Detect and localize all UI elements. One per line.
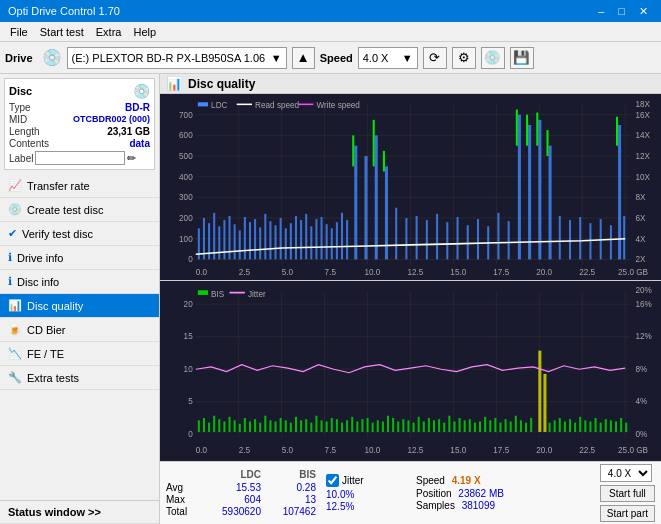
svg-text:20: 20: [184, 298, 193, 309]
svg-rect-33: [269, 221, 271, 259]
svg-text:12.5: 12.5: [407, 268, 423, 277]
svg-rect-50: [364, 156, 367, 259]
drive-icon: 💿: [42, 48, 62, 67]
disc-info-icon: ℹ: [8, 275, 12, 288]
svg-rect-82: [536, 113, 538, 146]
config-button[interactable]: ⚙: [452, 47, 476, 69]
svg-rect-35: [280, 218, 282, 259]
titlebar: Opti Drive Control 1.70 – □ ✕: [0, 0, 661, 22]
svg-rect-155: [290, 423, 292, 432]
sidebar-item-verify-test-disc[interactable]: ✔ Verify test disc: [0, 222, 159, 246]
sidebar-item-disc-quality[interactable]: 📊 Disc quality: [0, 294, 159, 318]
svg-text:15.0: 15.0: [450, 268, 466, 277]
svg-rect-174: [387, 416, 389, 432]
svg-rect-168: [356, 422, 358, 432]
eject-button[interactable]: ▲: [292, 47, 315, 69]
svg-rect-186: [448, 416, 450, 432]
svg-text:Read speed: Read speed: [255, 101, 300, 110]
svg-rect-47: [341, 213, 343, 260]
svg-text:2.5: 2.5: [239, 268, 251, 277]
start-part-button[interactable]: Start part: [600, 505, 655, 522]
svg-rect-32: [264, 214, 266, 259]
sidebar-item-cd-bier[interactable]: 🍺 CD Bier: [0, 318, 159, 342]
top-chart-svg: 0 100 200 300 400 500 600 700 2X 4X 6X 8…: [160, 94, 661, 280]
disc-label-input[interactable]: [35, 151, 125, 165]
refresh-button[interactable]: ⟳: [423, 47, 447, 69]
svg-rect-150: [538, 351, 541, 432]
svg-rect-213: [600, 423, 602, 432]
svg-rect-184: [438, 419, 440, 432]
sidebar-item-drive-info[interactable]: ℹ Drive info: [0, 246, 159, 270]
max-ldc: 604: [216, 494, 261, 505]
minimize-button[interactable]: –: [593, 5, 609, 18]
svg-rect-183: [433, 420, 435, 432]
svg-text:2X: 2X: [635, 255, 646, 264]
svg-text:8X: 8X: [635, 193, 646, 202]
svg-text:5.0: 5.0: [282, 268, 294, 277]
drive-dropdown[interactable]: (E:) PLEXTOR BD-R PX-LB950SA 1.06 ▼: [67, 47, 287, 69]
svg-rect-145: [249, 422, 251, 432]
svg-rect-179: [413, 423, 415, 432]
svg-rect-166: [346, 420, 348, 432]
svg-rect-23: [218, 226, 220, 259]
svg-text:0%: 0%: [635, 428, 647, 439]
svg-text:15: 15: [184, 331, 193, 342]
sidebar-item-disc-info[interactable]: ℹ Disc info: [0, 270, 159, 294]
chevron-down-icon2: ▼: [402, 52, 413, 64]
chart-icon: 📊: [166, 76, 182, 91]
svg-rect-203: [549, 423, 551, 432]
window-controls: – □ ✕: [593, 5, 653, 18]
svg-rect-212: [595, 418, 597, 432]
jitter-checkbox[interactable]: [326, 474, 339, 487]
charts-wrapper: 0 100 200 300 400 500 600 700 2X 4X 6X 8…: [160, 94, 661, 461]
sidebar-item-create-test-disc[interactable]: 💿 Create test disc: [0, 198, 159, 222]
svg-rect-187: [453, 422, 455, 432]
svg-text:4%: 4%: [635, 396, 647, 407]
svg-rect-188: [459, 418, 461, 432]
speed-select[interactable]: 4.0 X ▼: [358, 47, 418, 69]
start-full-button[interactable]: Start full: [600, 485, 655, 502]
svg-rect-197: [505, 419, 507, 432]
svg-rect-149: [269, 420, 271, 432]
sidebar-item-transfer-rate[interactable]: 📈 Transfer rate: [0, 174, 159, 198]
sidebar-item-extra-tests[interactable]: 🔧 Extra tests: [0, 366, 159, 390]
cd-bier-icon: 🍺: [8, 323, 22, 336]
menu-help[interactable]: Help: [127, 25, 162, 39]
menu-start-test[interactable]: Start test: [34, 25, 90, 39]
svg-rect-61: [477, 219, 479, 259]
svg-rect-38: [295, 216, 297, 259]
save-button[interactable]: 💾: [510, 47, 534, 69]
svg-rect-60: [467, 225, 469, 259]
svg-rect-80: [516, 110, 518, 146]
disc-button[interactable]: 💿: [481, 47, 505, 69]
svg-rect-140: [223, 422, 225, 432]
speed-label-stat: Speed: [416, 475, 445, 486]
chart-bottom: 0 5 10 15 20 0% 4% 8% 12% 16% 20% 0.0 2.…: [160, 281, 661, 461]
svg-text:700: 700: [179, 111, 193, 120]
svg-rect-70: [569, 220, 571, 259]
speed-select-dropdown[interactable]: 4.0 X 2.0 X 1.0 X: [600, 464, 652, 482]
svg-rect-30: [254, 219, 256, 259]
close-button[interactable]: ✕: [634, 5, 653, 18]
sidebar-status-window[interactable]: Status window >>: [0, 500, 159, 524]
svg-text:500: 500: [179, 152, 193, 161]
menu-file[interactable]: File: [4, 25, 34, 39]
disc-mid-row: MID OTCBDR002 (000): [9, 114, 150, 125]
label-edit-icon[interactable]: ✏: [127, 152, 136, 165]
svg-rect-81: [526, 115, 528, 146]
samples-label: Samples: [416, 500, 455, 511]
svg-rect-54: [405, 218, 407, 259]
svg-text:5.0: 5.0: [282, 444, 293, 455]
svg-text:15.0: 15.0: [450, 444, 466, 455]
svg-rect-169: [361, 419, 363, 432]
svg-rect-185: [443, 423, 445, 432]
sidebar-item-fe-te[interactable]: 📉 FE / TE: [0, 342, 159, 366]
menu-extra[interactable]: Extra: [90, 25, 128, 39]
svg-rect-159: [310, 423, 312, 432]
svg-text:18X: 18X: [635, 100, 650, 109]
svg-rect-147: [259, 423, 261, 432]
disc-icon: 💿: [133, 83, 150, 99]
maximize-button[interactable]: □: [613, 5, 630, 18]
svg-text:0.0: 0.0: [196, 444, 207, 455]
svg-text:0: 0: [188, 255, 193, 264]
